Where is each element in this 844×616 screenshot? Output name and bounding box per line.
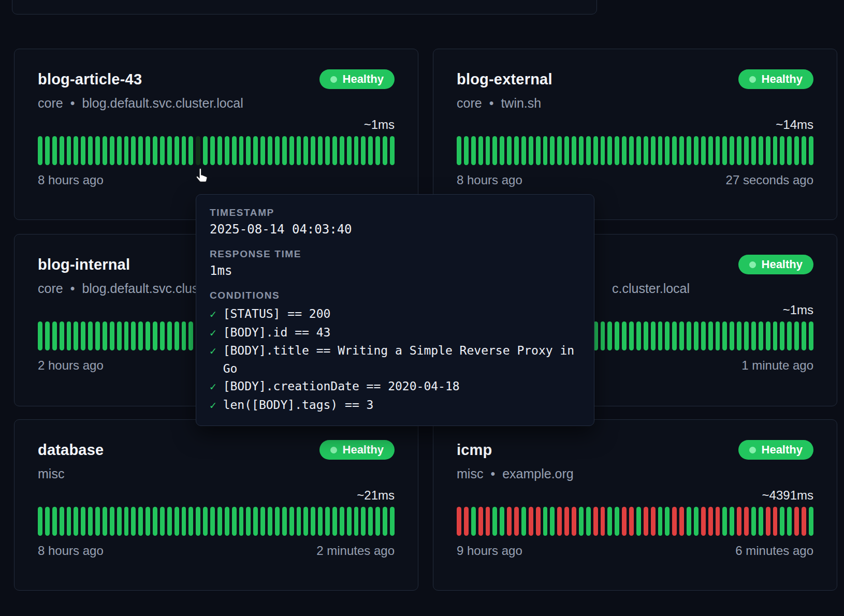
uptime-bar[interactable]	[45, 321, 50, 350]
uptime-bar[interactable]	[225, 136, 229, 165]
uptime-bar[interactable]	[615, 507, 619, 536]
uptime-bar[interactable]	[153, 321, 157, 350]
uptime-bar[interactable]	[52, 507, 57, 536]
uptime-bar[interactable]	[629, 507, 634, 536]
uptime-bar[interactable]	[550, 507, 555, 536]
uptime-bar[interactable]	[759, 321, 763, 350]
uptime-bar[interactable]	[340, 507, 344, 536]
uptime-bar[interactable]	[658, 321, 663, 350]
uptime-bar[interactable]	[471, 507, 476, 536]
uptime-bar[interactable]	[658, 507, 663, 536]
uptime-bar[interactable]	[687, 507, 691, 536]
uptime-bar[interactable]	[110, 507, 114, 536]
uptime-bar[interactable]	[196, 136, 200, 165]
uptime-bar[interactable]	[297, 136, 301, 165]
uptime-bar[interactable]	[457, 136, 461, 165]
uptime-bar[interactable]	[124, 321, 129, 350]
uptime-bar[interactable]	[81, 136, 85, 165]
uptime-bar[interactable]	[325, 136, 330, 165]
uptime-bar[interactable]	[492, 136, 497, 165]
service-card-icmp[interactable]: icmp Healthy misc • example.org ~4391ms …	[433, 419, 837, 591]
uptime-bar[interactable]	[268, 507, 272, 536]
uptime-bar[interactable]	[95, 136, 100, 165]
uptime-bar[interactable]	[716, 507, 720, 536]
uptime-bar[interactable]	[131, 136, 136, 165]
uptime-bar[interactable]	[744, 507, 749, 536]
uptime-bar[interactable]	[239, 136, 244, 165]
uptime-bar[interactable]	[672, 136, 677, 165]
uptime-bar[interactable]	[507, 136, 512, 165]
uptime-bar[interactable]	[651, 321, 656, 350]
uptime-bar[interactable]	[311, 507, 315, 536]
uptime-bar[interactable]	[586, 136, 591, 165]
uptime-bar[interactable]	[203, 136, 208, 165]
uptime-bar[interactable]	[289, 507, 294, 536]
uptime-bar[interactable]	[780, 321, 784, 350]
uptime-bar[interactable]	[679, 321, 684, 350]
uptime-bar[interactable]	[478, 136, 483, 165]
uptime-bar[interactable]	[153, 136, 157, 165]
uptime-bar[interactable]	[486, 136, 490, 165]
uptime-bar[interactable]	[672, 321, 677, 350]
uptime-bar[interactable]	[701, 136, 706, 165]
uptime-bar[interactable]	[794, 507, 799, 536]
uptime-bar[interactable]	[536, 507, 541, 536]
uptime-bar[interactable]	[253, 136, 258, 165]
uptime-bar[interactable]	[332, 507, 337, 536]
uptime-bar[interactable]	[38, 507, 42, 536]
uptime-bar[interactable]	[787, 136, 792, 165]
uptime-bar[interactable]	[737, 136, 741, 165]
uptime-bar[interactable]	[687, 136, 691, 165]
uptime-bar[interactable]	[557, 136, 562, 165]
uptime-bar[interactable]	[672, 507, 677, 536]
uptime-bar[interactable]	[174, 321, 179, 350]
uptime-bar[interactable]	[375, 136, 380, 165]
uptime-bar[interactable]	[529, 136, 533, 165]
uptime-bar[interactable]	[45, 507, 50, 536]
uptime-bar[interactable]	[117, 136, 122, 165]
uptime-bar[interactable]	[167, 136, 172, 165]
uptime-bar[interactable]	[629, 136, 634, 165]
uptime-bar[interactable]	[131, 321, 136, 350]
uptime-bar[interactable]	[572, 507, 576, 536]
uptime-bar[interactable]	[802, 321, 806, 350]
uptime-bar[interactable]	[196, 507, 200, 536]
uptime-bar[interactable]	[514, 507, 519, 536]
uptime-bar[interactable]	[124, 136, 129, 165]
uptime-bar[interactable]	[95, 321, 100, 350]
uptime-bar[interactable]	[354, 136, 359, 165]
uptime-bar[interactable]	[607, 507, 612, 536]
uptime-bar[interactable]	[500, 507, 504, 536]
uptime-bar[interactable]	[622, 321, 627, 350]
uptime-bar[interactable]	[160, 507, 165, 536]
uptime-bar[interactable]	[737, 507, 741, 536]
uptime-bar[interactable]	[182, 136, 186, 165]
uptime-bar[interactable]	[579, 507, 584, 536]
uptime-bar[interactable]	[74, 507, 78, 536]
uptime-bar[interactable]	[794, 321, 799, 350]
uptime-bar[interactable]	[311, 136, 315, 165]
uptime-bar[interactable]	[390, 507, 395, 536]
uptime-bar[interactable]	[751, 321, 756, 350]
uptime-bar[interactable]	[464, 136, 469, 165]
uptime-bar[interactable]	[471, 136, 476, 165]
uptime-bar[interactable]	[239, 507, 244, 536]
uptime-bar[interactable]	[145, 507, 150, 536]
uptime-bar[interactable]	[325, 507, 330, 536]
uptime-bar[interactable]	[694, 507, 699, 536]
uptime-bar[interactable]	[579, 136, 584, 165]
uptime-bar[interactable]	[368, 136, 373, 165]
uptime-bar[interactable]	[644, 507, 648, 536]
uptime-bar[interactable]	[679, 507, 684, 536]
uptime-bar[interactable]	[282, 507, 287, 536]
uptime-bar[interactable]	[564, 507, 569, 536]
uptime-bar[interactable]	[737, 321, 741, 350]
uptime-bar[interactable]	[110, 321, 114, 350]
uptime-bar[interactable]	[103, 321, 107, 350]
uptime-bar[interactable]	[38, 136, 42, 165]
uptime-bar[interactable]	[361, 507, 366, 536]
uptime-bar[interactable]	[383, 507, 387, 536]
uptime-bar[interactable]	[701, 507, 706, 536]
uptime-bar[interactable]	[507, 507, 512, 536]
uptime-bar[interactable]	[110, 136, 114, 165]
